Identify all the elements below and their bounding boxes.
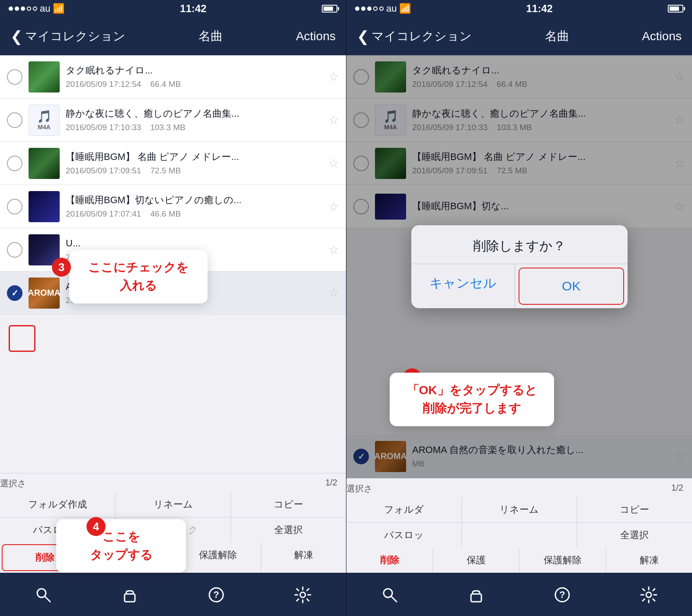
help-tab-left[interactable]: ?: [203, 582, 229, 608]
title-2: 静かな夜に聴く、癒しのピアノ名曲集...: [66, 108, 324, 120]
search-tab-right[interactable]: [377, 582, 403, 608]
step3-badge: 3: [52, 258, 71, 277]
dialog-box: 削除しますか？ キャンセル OK: [411, 225, 628, 308]
select-all-btn[interactable]: 全選択: [231, 517, 346, 543]
back-button-right[interactable]: ❮ マイコレクション: [357, 28, 472, 45]
thumb-6: AROMA: [29, 278, 60, 309]
radio-1[interactable]: [7, 69, 22, 85]
dot4r: [373, 6, 378, 11]
radio-5[interactable]: [7, 242, 22, 258]
dialog-cancel-btn[interactable]: キャンセル: [411, 264, 515, 308]
dot1: [9, 6, 13, 11]
wifi-icon-r: 📶: [399, 3, 411, 14]
status-right-left: [322, 5, 337, 13]
content-list-right: タク眠れるナイロ... 2016/05/09 17:12:54 66.4 MB …: [346, 55, 692, 478]
star-2[interactable]: ☆: [328, 113, 339, 127]
nav-title-right: 名曲: [545, 28, 569, 45]
star-1[interactable]: ☆: [328, 70, 339, 84]
star-3[interactable]: ☆: [328, 156, 339, 170]
step4-text: ここをタップする: [68, 528, 174, 564]
dialog-ok-btn[interactable]: OK: [519, 268, 624, 305]
toolbar-row2: フォルダ作成 リネーム コピー: [0, 492, 346, 517]
unprotect-btn-r[interactable]: 保護解除: [519, 548, 606, 573]
step4-tooltip: ここをタップする: [56, 519, 186, 573]
protect-btn-r[interactable]: 保護: [433, 548, 519, 573]
toolbar-selected-row: 選択さ 1/2: [0, 473, 346, 492]
copy-btn[interactable]: コピー: [231, 492, 346, 517]
select-all-btn-r[interactable]: 全選択: [577, 523, 692, 548]
radio-3[interactable]: [7, 156, 22, 171]
selected-text: 選択さ: [0, 478, 26, 489]
actions-button-left[interactable]: Actions: [296, 29, 336, 43]
meta-1: 2016/05/09 17:12:54 66.4 MB: [66, 80, 324, 89]
list-item-3[interactable]: 【睡眠用BGM】 名曲 ピアノ メドレー... 2016/05/09 17:09…: [0, 142, 346, 185]
unfreeze-btn[interactable]: 解凍: [261, 543, 346, 573]
nav-title-left: 名曲: [199, 28, 223, 45]
dialog-title: 削除しますか？: [411, 225, 628, 264]
list-item-4[interactable]: 【睡眠用BGM】切ないピアノの癒しの... 2016/05/09 17:07:4…: [0, 185, 346, 228]
status-left: au 📶: [9, 3, 64, 14]
rename-btn-r[interactable]: リネーム: [462, 497, 577, 522]
checkbox-highlight: [9, 325, 35, 352]
right-panel: au 📶 11:42 ❮ マイコレクション 名曲 Actions タク眠れるナイ…: [346, 0, 692, 616]
radio-4[interactable]: [7, 199, 22, 214]
svg-point-11: [646, 592, 651, 597]
star-6[interactable]: ☆: [328, 286, 339, 300]
carrier-left: au: [40, 3, 50, 14]
passlock-btn2-r: [462, 523, 577, 548]
dot2r: [361, 6, 365, 11]
dot3r: [367, 6, 372, 11]
search-tab-left[interactable]: [30, 582, 56, 608]
wifi-icon: 📶: [53, 3, 64, 14]
title-5: U...: [66, 237, 324, 250]
svg-line-1: [45, 597, 50, 602]
dot5r: [379, 6, 384, 11]
list-item-1[interactable]: タク眠れるナイロ... 2016/05/09 17:12:54 66.4 MB …: [0, 55, 346, 99]
dialog-buttons: キャンセル OK: [411, 264, 628, 308]
svg-text:?: ?: [560, 589, 565, 600]
back-chevron-right: ❮: [357, 28, 369, 45]
radio-2[interactable]: [7, 112, 22, 128]
lock-tab-left[interactable]: [117, 582, 143, 608]
info-2: 静かな夜に聴く、癒しのピアノ名曲集... 2016/05/09 17:10:33…: [66, 108, 324, 132]
info-3: 【睡眠用BGM】 名曲 ピアノ メドレー... 2016/05/09 17:09…: [66, 151, 324, 176]
delete-btn-r[interactable]: 削除: [346, 548, 433, 573]
status-bar-right: au 📶 11:42: [346, 0, 692, 17]
folder-create-btn[interactable]: フォルダ作成: [0, 492, 115, 517]
rename-btn[interactable]: リネーム: [115, 492, 231, 517]
svg-point-5: [300, 592, 305, 597]
svg-rect-8: [471, 594, 481, 602]
unfreeze-btn-r[interactable]: 解凍: [606, 548, 692, 573]
back-label-right: マイコレクション: [372, 28, 472, 45]
svg-rect-2: [125, 594, 135, 602]
list-item-2[interactable]: 🎵 M4A 静かな夜に聴く、癒しのピアノ名曲集... 2016/05/09 17…: [0, 99, 346, 142]
info-4: 【睡眠用BGM】切ないピアノの癒しの... 2016/05/09 17:07:4…: [66, 194, 324, 219]
toolbar-selected-row-r: 選択さ 1/2: [346, 479, 692, 497]
back-chevron-left: ❮: [10, 28, 22, 45]
content-list-left: タク眠れるナイロ... 2016/05/09 17:12:54 66.4 MB …: [0, 55, 346, 473]
battery-right: [668, 5, 683, 13]
settings-tab-right[interactable]: [636, 582, 662, 608]
signal-dots-r: [355, 6, 384, 11]
copy-btn-r[interactable]: コピー: [577, 497, 692, 522]
unprotect-btn[interactable]: 保護解除: [176, 543, 261, 573]
time-left: 11:42: [180, 3, 206, 15]
m4a-icon: 🎵: [37, 109, 52, 124]
step3-text: ここにチェックを入れる: [81, 259, 195, 295]
step5-text: 「OK」をタップすると削除が完了します: [402, 381, 542, 418]
actions-button-right[interactable]: Actions: [642, 29, 682, 43]
star-4[interactable]: ☆: [328, 199, 339, 214]
help-tab-right[interactable]: ?: [549, 582, 575, 608]
dot2: [15, 6, 19, 11]
passlock-btn-r[interactable]: パスロッ: [346, 523, 462, 548]
star-5[interactable]: ☆: [328, 243, 339, 257]
m4a-label: M4A: [38, 124, 51, 131]
settings-tab-left[interactable]: [290, 582, 316, 608]
step3-tooltip: ここにチェックを入れる: [69, 250, 208, 303]
bottom-toolbar-right: 選択さ 1/2 フォルダ リネーム コピー パスロッ 全選択 削除 保護 保護解…: [346, 478, 692, 573]
lock-tab-right[interactable]: [463, 582, 489, 608]
folder-create-btn-r[interactable]: フォルダ: [346, 497, 462, 522]
back-button-left[interactable]: ❮ マイコレクション: [10, 28, 125, 45]
thumb-1: [29, 61, 60, 93]
radio-6[interactable]: [7, 285, 22, 301]
